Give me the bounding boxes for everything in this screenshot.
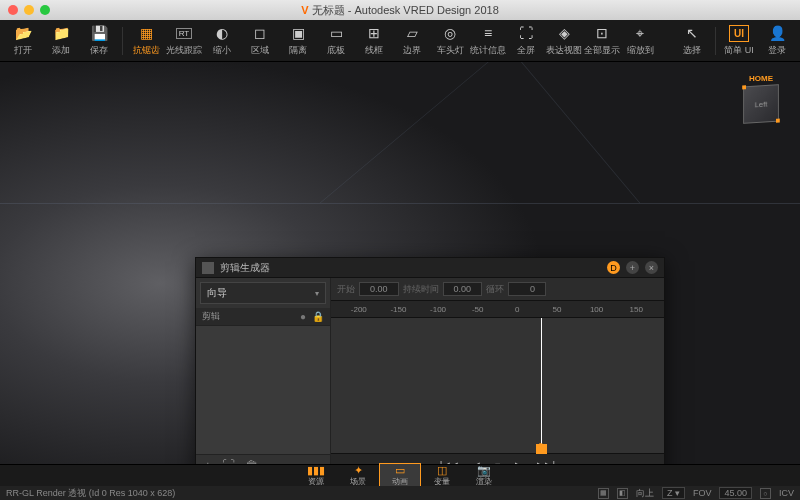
panel-d-button[interactable]: D xyxy=(607,261,620,274)
select-button[interactable]: ↖选择 xyxy=(673,24,711,57)
panel-body: 向导▾ 剪辑 ● 🔒 + ⛶ 🗑 开始 0.00 持续时间 xyxy=(196,278,664,476)
save-button[interactable]: 💾保存 xyxy=(80,24,118,57)
icv-toggle[interactable]: ○ xyxy=(760,488,771,499)
fov-label: FOV xyxy=(693,488,712,498)
panel-header[interactable]: 剪辑生成器 D + × xyxy=(196,258,664,278)
zoom-to-button[interactable]: ⌖缩放到 xyxy=(621,24,659,57)
animation-icon: ▭ xyxy=(395,464,405,476)
tab-assets[interactable]: ▮▮▮资源 xyxy=(296,464,336,487)
cursor-icon: ↖ xyxy=(686,24,698,42)
tab-render[interactable]: 📷渲染 xyxy=(464,464,504,487)
duration-field[interactable]: 0.00 xyxy=(443,282,483,296)
zoom-to-icon: ⌖ xyxy=(636,24,644,42)
status-icon-2[interactable]: ◧ xyxy=(617,488,628,499)
region-button[interactable]: ◻区域 xyxy=(241,24,279,57)
clip-tree-pane: 向导▾ 剪辑 ● 🔒 + ⛶ 🗑 xyxy=(196,278,331,476)
stats-button[interactable]: ≡统计信息 xyxy=(469,24,507,57)
wireframe-icon: ⊞ xyxy=(368,24,380,42)
expression-view-button[interactable]: ◈表达视图 xyxy=(545,24,583,57)
visibility-icon[interactable]: ● xyxy=(300,311,306,322)
show-all-button[interactable]: ⊡全部显示 xyxy=(583,24,621,57)
start-label: 开始 xyxy=(337,283,355,296)
status-info: RR-GL Render 透视 (Id 0 Res 1040 x 628) xyxy=(6,487,175,500)
window-title: V 无标题 - Autodesk VRED Design 2018 xyxy=(0,3,800,18)
perspective-line xyxy=(320,62,489,203)
timeline-track-area[interactable]: 0 xyxy=(331,318,664,454)
wireframe-button[interactable]: ⊞线框 xyxy=(355,24,393,57)
isolate-button[interactable]: ▣隔离 xyxy=(279,24,317,57)
variant-icon: ◫ xyxy=(437,464,447,476)
open-button[interactable]: 📂打开 xyxy=(4,24,42,57)
ui-icon: UI xyxy=(729,24,749,42)
headlight-button[interactable]: ◎车头灯 xyxy=(431,24,469,57)
floor-icon: ▭ xyxy=(330,24,343,42)
viewcube[interactable]: HOME Left xyxy=(742,74,780,123)
shrink-button[interactable]: ◐缩小 xyxy=(203,24,241,57)
time-params: 开始 0.00 持续时间 0.00 循环 0 xyxy=(331,278,664,300)
timeline-ruler[interactable]: -200 -150 -100 -50 0 50 100 150 xyxy=(331,300,664,318)
timeline-pane: 开始 0.00 持续时间 0.00 循环 0 -200 -150 -100 -5… xyxy=(331,278,664,476)
playhead[interactable] xyxy=(541,318,542,453)
user-icon: 👤 xyxy=(769,24,786,42)
isolate-icon: ▣ xyxy=(292,24,305,42)
tab-animation[interactable]: ▭动画 xyxy=(380,464,420,487)
antialias-icon: ▦ xyxy=(140,24,153,42)
viewport-3d[interactable]: HOME Left 剪辑生成器 D + × 向导▾ 剪辑 ● 🔒 + ⛶ xyxy=(0,62,800,464)
chevron-down-icon: ▾ xyxy=(315,289,319,298)
panel-icon xyxy=(202,262,214,274)
tab-variant[interactable]: ◫变量 xyxy=(422,464,462,487)
titlebar: V 无标题 - Autodesk VRED Design 2018 xyxy=(0,0,800,20)
folder-add-icon: 📁 xyxy=(53,24,70,42)
render-icon: 📷 xyxy=(477,464,491,476)
playhead-position: 0 xyxy=(538,441,543,451)
viewcube-cube[interactable]: Left xyxy=(743,84,779,124)
raytrace-icon: RT xyxy=(176,24,193,42)
main-toolbar: 📂打开 📁添加 💾保存 ▦抗锯齿 RT光线跟踪 ◐缩小 ◻区域 ▣隔离 ▭底板 … xyxy=(0,20,800,62)
simple-ui-button[interactable]: UI简单 UI xyxy=(720,24,758,57)
save-icon: 💾 xyxy=(91,24,108,42)
fov-field[interactable]: 45.00 xyxy=(719,487,752,499)
separator xyxy=(715,27,716,55)
separator xyxy=(122,27,123,55)
horizon-line xyxy=(0,203,800,204)
headlight-icon: ◎ xyxy=(444,24,456,42)
antialias-button[interactable]: ▦抗锯齿 xyxy=(127,24,165,57)
clip-list-header: 剪辑 ● 🔒 xyxy=(196,308,330,326)
clip-generator-panel: 剪辑生成器 D + × 向导▾ 剪辑 ● 🔒 + ⛶ 🗑 xyxy=(195,257,665,477)
lock-icon[interactable]: 🔒 xyxy=(312,311,324,322)
up-axis-dropdown[interactable]: Z ▾ xyxy=(662,487,685,499)
folder-open-icon: 📂 xyxy=(15,24,32,42)
icv-label: ICV xyxy=(779,488,794,498)
viewcube-home-button[interactable]: HOME xyxy=(742,74,780,83)
raytrace-button[interactable]: RT光线跟踪 xyxy=(165,24,203,57)
edge-button[interactable]: ▱边界 xyxy=(393,24,431,57)
add-button[interactable]: 📁添加 xyxy=(42,24,80,57)
wizard-dropdown[interactable]: 向导▾ xyxy=(200,282,326,304)
shrink-icon: ◐ xyxy=(216,24,228,42)
scene-icon: ✦ xyxy=(354,464,363,476)
duration-label: 持续时间 xyxy=(403,283,439,296)
assets-icon: ▮▮▮ xyxy=(307,464,325,476)
up-axis-label: 向上 xyxy=(636,487,654,500)
login-button[interactable]: 👤登录 xyxy=(758,24,796,57)
region-icon: ◻ xyxy=(254,24,266,42)
clip-list[interactable] xyxy=(196,326,330,454)
show-all-icon: ⊡ xyxy=(596,24,608,42)
floor-button[interactable]: ▭底板 xyxy=(317,24,355,57)
perspective-line xyxy=(521,62,640,203)
tab-scene[interactable]: ✦场景 xyxy=(338,464,378,487)
bottom-tab-bar: ▮▮▮资源 ✦场景 ▭动画 ◫变量 📷渲染 xyxy=(0,464,800,486)
status-bar: RR-GL Render 透视 (Id 0 Res 1040 x 628) ▦ … xyxy=(0,486,800,500)
status-icon-1[interactable]: ▦ xyxy=(598,488,609,499)
expression-icon: ◈ xyxy=(559,24,570,42)
stats-icon: ≡ xyxy=(484,24,492,42)
loop-label: 循环 xyxy=(486,283,504,296)
fullscreen-button[interactable]: ⛶全屏 xyxy=(507,24,545,57)
fullscreen-icon: ⛶ xyxy=(519,24,533,42)
loop-field[interactable]: 0 xyxy=(508,282,546,296)
panel-title: 剪辑生成器 xyxy=(220,261,601,275)
panel-close-button[interactable]: × xyxy=(645,261,658,274)
edge-icon: ▱ xyxy=(407,24,418,42)
panel-plus-button[interactable]: + xyxy=(626,261,639,274)
start-field[interactable]: 0.00 xyxy=(359,282,399,296)
